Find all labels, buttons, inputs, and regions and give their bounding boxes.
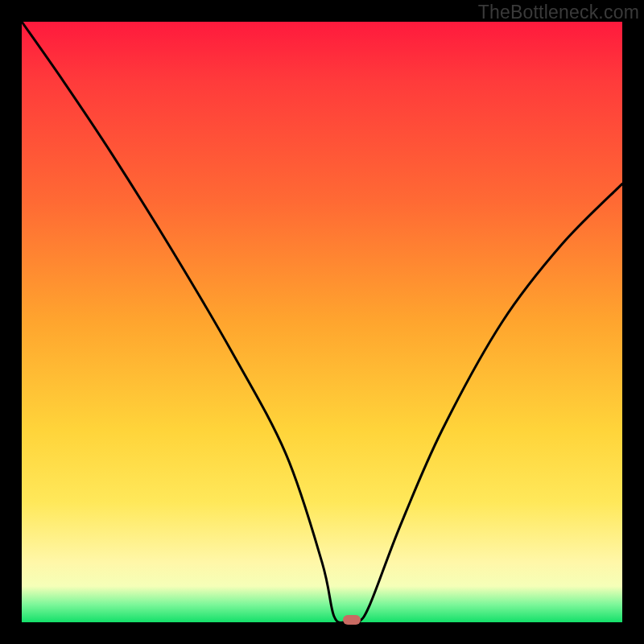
optimal-point-marker	[343, 615, 361, 625]
bottleneck-curve	[22, 22, 622, 622]
watermark-text: TheBottleneck.com	[478, 2, 639, 23]
plot-area	[22, 22, 622, 622]
chart-frame: TheBottleneck.com	[0, 0, 644, 644]
